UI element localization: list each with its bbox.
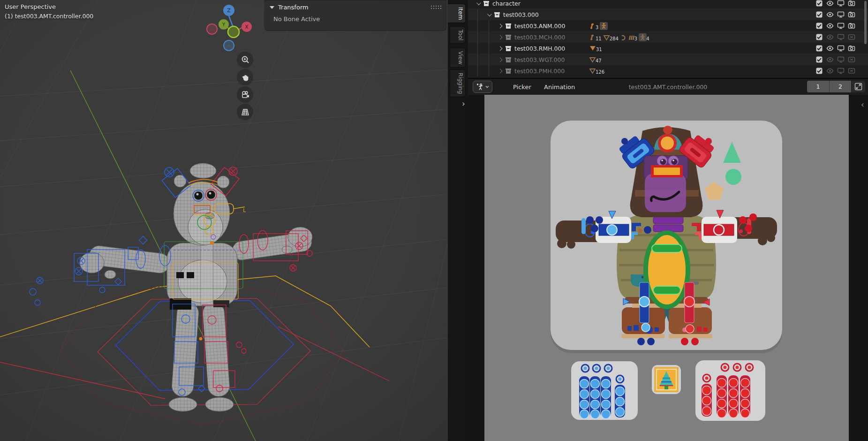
left-hand-picker-box[interactable] [571,361,638,420]
sidebar-tab-strip: Item Tool View Rigging [448,0,468,441]
viewport-toggle[interactable] [837,11,845,18]
expand-icon[interactable] [484,13,493,16]
hide-eye-toggle[interactable] [826,0,834,7]
outliner-item-label[interactable]: test003.WGT.000 [514,56,565,63]
ortho-toggle-button[interactable] [237,104,253,120]
outliner-row-pmh[interactable]: test003.PMH.000 126 [468,65,868,76]
collection-icon [504,46,513,52]
fullscreen-button[interactable] [852,81,865,92]
viewport-toggle[interactable] [837,22,845,30]
collapse-icon[interactable] [270,6,274,9]
tab-view[interactable]: View [450,48,466,68]
camera-view-icon [240,90,250,100]
viewport-header-text: User Perspective (1) test003.AMT.control… [5,3,93,20]
tab-rigging[interactable]: Rigging [450,69,466,97]
expand-icon[interactable] [496,58,504,61]
row-badges: 126 [589,68,604,75]
checkbox-toggle[interactable] [815,22,823,30]
render-disabled-toggle[interactable] [848,67,855,75]
menu-picker[interactable]: Picker [513,79,531,95]
bone-icon: 11 [589,34,602,41]
expand-icon[interactable] [474,2,482,5]
expand-icon[interactable] [496,24,504,28]
row-badges: 31 [589,45,602,52]
axis-gizmo[interactable]: Z Y X [206,1,255,53]
outliner-item-label[interactable]: character [492,0,521,7]
outliner-item-label[interactable]: test003.000 [503,11,539,18]
expand-icon[interactable] [496,36,504,39]
drag-grip-icon[interactable] [431,5,441,10]
tab-tool[interactable]: Tool [450,26,466,44]
hide-eye-toggle[interactable] [826,45,834,52]
zoom-icon [241,55,250,65]
expand-icon[interactable] [496,47,504,50]
menu-animation[interactable]: Animation [544,79,575,95]
checkbox-toggle[interactable] [815,56,823,63]
outliner-row-mch[interactable]: test003.MCH.000 11 284 [468,31,868,43]
hide-eye-toggle[interactable] [826,33,834,41]
panel-title: Transform [278,4,309,11]
render-toggle[interactable] [848,0,855,7]
svg-text:L: L [243,207,246,213]
panel-collapse-left-arrow[interactable]: ‹ [861,101,864,109]
picker-character[interactable] [551,121,782,350]
outliner-item-label[interactable]: test003.ANM.000 [514,23,565,30]
hide-eye-toggle[interactable] [826,22,834,30]
collection-icon [482,0,491,7]
page-2-button[interactable]: 2 [829,81,851,92]
checkbox-toggle[interactable] [815,67,823,75]
render-toggle[interactable] [848,45,855,52]
outliner-row-anm[interactable]: test003.ANM.000 3 [468,20,868,31]
page-1-button[interactable]: 1 [807,81,829,92]
outliner-row-test003-000[interactable]: test003.000 [468,9,868,20]
checkbox-toggle[interactable] [815,33,823,41]
viewport-toggle[interactable] [837,56,845,63]
viewport-toggle[interactable] [837,33,845,41]
render-toggle[interactable] [848,11,855,18]
right-hand-picker-box[interactable] [695,360,765,421]
hide-eye-toggle[interactable] [826,11,834,18]
camera-view-button[interactable] [237,86,253,103]
checkbox-toggle[interactable] [815,0,823,7]
render-disabled-toggle[interactable] [848,56,855,63]
curves-icon: 3 [628,34,637,41]
render-toggle[interactable] [848,22,855,30]
axis-minus-y[interactable] [228,26,239,38]
picker-canvas[interactable] [484,95,849,441]
outliner-item-label[interactable]: test003.RMH.000 [514,45,565,52]
axis-minus-z[interactable] [224,40,234,51]
picker-mode-button[interactable] [473,81,492,93]
viewport-scene: L [0,0,468,441]
hide-eye-toggle[interactable] [826,67,834,75]
fullscreen-icon [854,83,862,91]
outliner-item-label[interactable]: test003.PMH.000 [514,68,565,75]
active-object-label: (1) test003.AMT.controller.000 [5,13,93,20]
transform-status-text: No Bone Active [265,13,446,25]
axis-minus-x[interactable] [207,24,217,34]
page-buttons: 1 2 [807,81,865,92]
checkbox-toggle[interactable] [815,11,823,18]
outliner-row-rmh[interactable]: test003.RMH.000 31 [468,43,868,54]
tab-item[interactable]: Item [448,4,466,23]
pan-button[interactable] [237,69,253,85]
grid-lines [0,0,468,441]
panel-collapse-right-arrow[interactable]: › [462,100,465,108]
hide-eye-toggle[interactable] [826,56,834,63]
outliner-item-label[interactable]: test003.MCH.000 [514,34,565,41]
tree-picker-box[interactable] [652,365,681,394]
zoom-button[interactable] [237,52,253,68]
expand-icon[interactable] [496,69,504,73]
outliner-scrollbar[interactable] [864,1,867,44]
viewport-toggle[interactable] [837,0,845,7]
viewport-3d[interactable]: L [0,0,468,441]
viewport-toggle[interactable] [837,67,845,75]
render-disabled-toggle[interactable] [848,33,855,41]
outliner-row-character[interactable]: character [468,0,868,9]
svg-text:X: X [245,24,249,30]
picker-header: Picker Animation test003.AMT.controller.… [468,79,868,95]
viewport-toggle[interactable] [837,45,845,52]
outliner-row-wgt[interactable]: test003.WGT.000 47 [468,54,868,65]
checkbox-toggle[interactable] [815,45,823,52]
transform-panel-header[interactable]: Transform [265,0,446,13]
row-badges: 47 [589,56,602,63]
